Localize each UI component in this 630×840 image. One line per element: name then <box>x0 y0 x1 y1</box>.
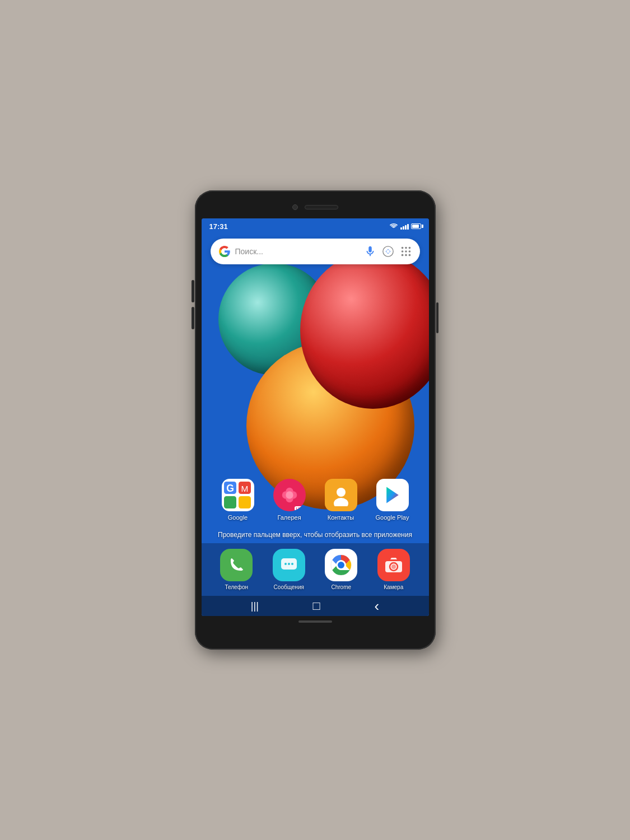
volume-up-button[interactable] <box>192 280 194 302</box>
google-logo-icon <box>218 245 231 258</box>
svg-point-9 <box>405 254 407 256</box>
chrome-browser-icon <box>330 554 352 576</box>
volume-down-button[interactable] <box>192 307 194 329</box>
home-button[interactable]: □ <box>313 599 320 613</box>
lite-badge: LITE <box>295 506 305 511</box>
lens-icon[interactable] <box>382 245 394 258</box>
messages-dock-label: Сообщения <box>274 584 304 590</box>
home-app-grid: G M <box>202 269 429 529</box>
google-drive-icon-sub <box>239 496 251 508</box>
svg-point-28 <box>291 563 293 565</box>
messages-bubble-icon <box>278 554 300 576</box>
chrome-dock-label: Chrome <box>331 584 351 590</box>
phone-bottom <box>298 616 332 627</box>
app-gallery[interactable]: LITE Галерея <box>269 479 310 521</box>
swipe-hint: Проведите пальцем вверх, чтобы отобразит… <box>202 529 429 541</box>
phone-call-icon <box>225 554 248 576</box>
phone-shell: 17:31 <box>195 190 436 650</box>
play-store-icon <box>382 485 403 505</box>
google-maps-icon-sub <box>224 496 236 508</box>
battery-icon <box>411 223 421 229</box>
dock-camera[interactable]: Камера <box>377 549 410 590</box>
app-row-main: G M <box>218 479 413 521</box>
search-action-icons <box>364 245 412 258</box>
svg-point-6 <box>405 250 407 253</box>
svg-point-7 <box>408 250 410 253</box>
app-google[interactable]: G M <box>218 479 258 521</box>
status-icons <box>389 222 421 231</box>
svg-point-8 <box>401 254 403 256</box>
svg-rect-15 <box>224 496 236 508</box>
power-button[interactable] <box>436 302 438 333</box>
svg-text:M: M <box>241 484 248 493</box>
apps-grid-icon[interactable] <box>400 245 412 258</box>
recent-apps-button[interactable]: ||| <box>251 600 259 612</box>
signal-icon <box>400 223 409 230</box>
dock-phone[interactable]: Телефон <box>220 549 253 590</box>
svg-point-3 <box>405 247 407 249</box>
google-app-label: Google <box>228 514 248 521</box>
svg-point-31 <box>338 562 344 568</box>
dock-messages[interactable]: Сообщения <box>273 549 305 590</box>
back-button[interactable]: ‹ <box>374 598 379 615</box>
svg-point-2 <box>401 247 403 249</box>
mic-icon[interactable] <box>364 245 376 258</box>
svg-point-26 <box>284 563 287 565</box>
gallery-flower-icon <box>279 484 300 506</box>
phone-screen: 17:31 <box>202 218 429 616</box>
wifi-icon <box>389 222 398 231</box>
navigation-bar: ||| □ ‹ <box>202 596 429 616</box>
svg-rect-16 <box>239 496 251 508</box>
gallery-app-label: Галерея <box>277 514 301 521</box>
svg-point-4 <box>408 247 410 249</box>
status-bar: 17:31 <box>202 218 429 234</box>
google-search-bar[interactable]: Поиск... <box>211 239 420 264</box>
search-placeholder: Поиск... <box>235 247 360 256</box>
svg-point-22 <box>337 488 346 497</box>
google-app-icon-sub: G <box>224 482 236 494</box>
svg-point-1 <box>386 250 390 253</box>
svg-point-10 <box>408 254 410 256</box>
svg-point-27 <box>288 563 290 565</box>
camera-dock-label: Камера <box>384 584 403 590</box>
bottom-indicator <box>298 620 332 623</box>
volume-buttons <box>192 280 194 329</box>
svg-text:G: G <box>226 483 234 494</box>
svg-point-5 <box>401 250 403 253</box>
svg-point-21 <box>286 491 293 498</box>
camera-icon <box>382 554 405 576</box>
app-dock: Телефон Сообщения <box>202 543 429 596</box>
status-time: 17:31 <box>209 222 228 231</box>
googleplay-app-label: Google Play <box>376 514 409 521</box>
svg-point-23 <box>334 498 348 506</box>
app-googleplay[interactable]: Google Play <box>372 479 413 521</box>
front-camera <box>292 204 298 210</box>
phone-dock-label: Телефон <box>225 584 248 590</box>
google-mail-icon-sub: M <box>239 482 251 494</box>
app-contacts[interactable]: Контакты <box>321 479 361 521</box>
phone-top-bar <box>195 190 436 218</box>
speaker-grill <box>305 205 338 209</box>
contacts-app-label: Контакты <box>328 514 354 521</box>
svg-point-34 <box>391 564 396 569</box>
desktop-background: 17:31 <box>0 0 630 840</box>
dock-chrome[interactable]: Chrome <box>325 549 357 590</box>
contacts-person-icon <box>330 484 352 506</box>
svg-marker-24 <box>386 487 399 503</box>
